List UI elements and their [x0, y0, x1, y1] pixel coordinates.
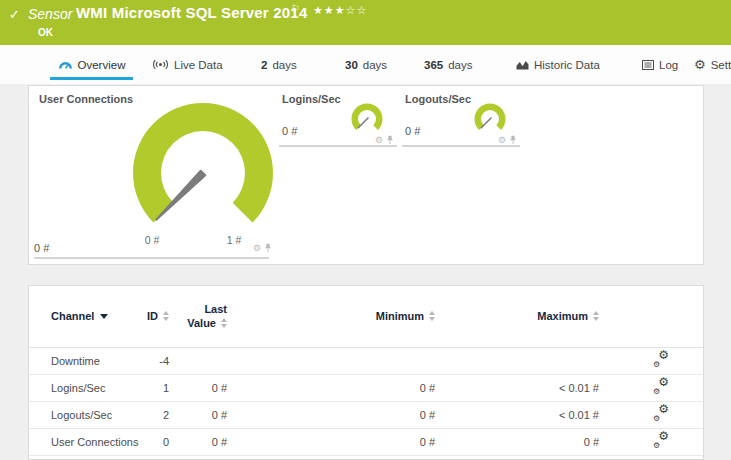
table-header-row: Channel ID Last Value Minimum Maximum	[29, 286, 703, 347]
logins-gauge-value: 0 #	[282, 125, 297, 137]
column-header-last-value[interactable]: Last Value	[175, 286, 233, 347]
pin-icon[interactable]	[386, 135, 394, 145]
channel-id: 2	[147, 401, 175, 428]
gauge-needle	[358, 118, 369, 129]
sort-icon	[593, 311, 599, 321]
gauge-scale-min: 0 #	[132, 234, 172, 246]
sort-icon	[221, 318, 227, 328]
channel-id: -4	[147, 347, 175, 374]
tab-2-days[interactable]: 2 days	[261, 45, 297, 84]
tab-label: days	[272, 59, 296, 71]
channel-maximum: < 0.01 #	[441, 374, 605, 401]
gauge-icon	[58, 59, 73, 70]
column-label: Last	[204, 303, 227, 315]
divider	[279, 145, 397, 147]
gauge-settings-gear-icon[interactable]: ⚙	[253, 244, 261, 253]
stars-filled[interactable]: ★★★	[313, 4, 346, 17]
table-row[interactable]: Logouts/Sec 2 0 # 0 # < 0.01 # ⚙⚙	[29, 401, 703, 428]
column-header-minimum[interactable]: Minimum	[233, 286, 441, 347]
gauge-settings-gear-icon[interactable]: ⚙	[498, 136, 506, 145]
column-header-channel[interactable]: Channel	[29, 286, 147, 347]
gauge-needle	[481, 118, 492, 129]
tab-bar: Overview Live Data 2 days 30 days 365 da…	[0, 45, 731, 84]
channel-name: Downtime	[29, 347, 147, 374]
tab-label: days	[448, 59, 472, 71]
channel-minimum: 0 #	[233, 401, 441, 428]
table-row[interactable]: Logins/Sec 1 0 # 0 # < 0.01 # ⚙⚙	[29, 374, 703, 401]
stars-empty[interactable]: ☆☆	[346, 4, 368, 17]
tab-label: Historic Data	[534, 59, 600, 71]
column-label: Channel	[51, 310, 94, 322]
channels-table-panel: Channel ID Last Value Minimum Maximum	[28, 285, 704, 460]
gear-icon: ⚙	[694, 58, 706, 71]
user-connections-gauge	[128, 98, 278, 233]
live-broadcast-icon	[152, 59, 169, 70]
channel-minimum: 0 #	[233, 374, 441, 401]
channel-last-value: 0 #	[175, 428, 233, 455]
log-list-icon	[642, 60, 654, 70]
tab-overview[interactable]: Overview	[50, 45, 133, 84]
tab-live-data[interactable]: Live Data	[152, 45, 223, 84]
channel-last-value: 0 #	[175, 374, 233, 401]
gauge-settings-gear-icon[interactable]: ⚙	[375, 136, 383, 145]
tab-settings[interactable]: ⚙ Settings	[694, 45, 731, 84]
sort-icon	[429, 311, 435, 321]
main-gauge-value: 0 #	[34, 242, 49, 254]
area-chart-icon	[516, 60, 529, 70]
gauges-panel: User Connections 0 # 1 # 0 # ⚙ Logins/Se…	[28, 85, 704, 265]
sort-icon	[163, 311, 169, 321]
sensor-header: ✓ Sensor WMI Microsoft SQL Server 2014 ⚐…	[0, 0, 731, 45]
channel-settings-gears-icon[interactable]: ⚙⚙	[653, 379, 669, 394]
channel-id: 0	[147, 428, 175, 455]
channel-settings-gears-icon[interactable]: ⚙⚙	[653, 406, 669, 421]
main-gauge-title: User Connections	[39, 93, 133, 105]
sensor-title: WMI Microsoft SQL Server 2014	[76, 4, 307, 21]
priority-stars[interactable]: ★★★☆☆	[313, 4, 367, 17]
column-label: Minimum	[376, 310, 424, 322]
gauge-scale-max: 1 #	[214, 234, 254, 246]
tab-number: 365	[424, 59, 443, 71]
channel-settings-gears-icon[interactable]: ⚙⚙	[653, 352, 669, 367]
flag-icon[interactable]: ⚐	[291, 3, 300, 14]
tab-30-days[interactable]: 30 days	[345, 45, 387, 84]
channel-maximum: 0 #	[441, 428, 605, 455]
active-tab-underline	[50, 77, 133, 80]
column-header-actions	[605, 286, 703, 347]
channel-last-value	[175, 347, 233, 374]
pin-icon[interactable]	[264, 243, 272, 253]
tab-number: 30	[345, 59, 358, 71]
table-row[interactable]: Downtime -4 ⚙⚙	[29, 347, 703, 374]
tab-number: 2	[261, 59, 267, 71]
channel-maximum	[441, 347, 605, 374]
tab-label: Overview	[78, 59, 126, 71]
pin-icon[interactable]	[509, 135, 517, 145]
column-header-id[interactable]: ID	[147, 286, 175, 347]
sensor-status-badge: OK	[38, 27, 53, 38]
channel-id: 1	[147, 374, 175, 401]
logouts-gauge	[471, 103, 509, 137]
sort-caret-icon	[100, 314, 108, 319]
logins-gauge	[348, 103, 386, 137]
table-row[interactable]: User Connections 0 0 # 0 # 0 # ⚙⚙	[29, 428, 703, 455]
logouts-gauge-title: Logouts/Sec	[405, 93, 471, 105]
divider	[34, 257, 269, 259]
tab-365-days[interactable]: 365 days	[424, 45, 472, 84]
column-header-maximum[interactable]: Maximum	[441, 286, 605, 347]
channel-last-value: 0 #	[175, 401, 233, 428]
tab-log[interactable]: Log	[642, 45, 678, 84]
channel-settings-gears-icon[interactable]: ⚙⚙	[653, 433, 669, 448]
tab-label: days	[363, 59, 387, 71]
status-check-icon: ✓	[9, 7, 20, 22]
tab-label: Live Data	[174, 59, 223, 71]
column-label: Maximum	[537, 310, 588, 322]
channels-table: Channel ID Last Value Minimum Maximum	[29, 286, 703, 456]
divider	[402, 145, 520, 147]
tab-historic-data[interactable]: Historic Data	[516, 45, 600, 84]
column-label: Value	[187, 316, 216, 330]
channel-minimum	[233, 347, 441, 374]
tab-label: Log	[659, 59, 678, 71]
column-label: ID	[147, 310, 158, 322]
logins-gauge-title: Logins/Sec	[282, 93, 341, 105]
channel-name: User Connections	[29, 428, 147, 455]
object-kind-label: Sensor	[28, 6, 72, 22]
